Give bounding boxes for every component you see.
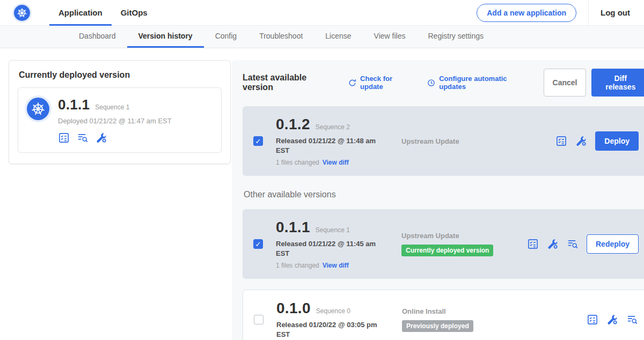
released-timestamp: Released 01/21/22 @ 11:45 am EST — [276, 239, 378, 258]
config-icon[interactable] — [575, 135, 587, 147]
add-new-application-button[interactable]: Add a new application — [477, 4, 576, 22]
redeploy-button[interactable]: Redeploy — [587, 234, 639, 254]
deploy-logs-icon[interactable] — [567, 238, 579, 250]
currently-deployed-badge: Currently deployed version — [401, 245, 493, 256]
view-diff-link[interactable]: View diff — [323, 262, 349, 269]
version-row-0-1-1: 0.1.1 Sequence 1 Released 01/21/22 @ 11:… — [243, 209, 644, 279]
version-source-col: Online Install Previously deployed — [402, 307, 515, 332]
files-changed-label: 1 files changed — [276, 159, 319, 166]
tab-application[interactable]: Application — [49, 0, 112, 26]
primary-nav: Application GitOps — [49, 0, 157, 26]
view-diff-link[interactable]: View diff — [323, 159, 349, 166]
deploy-logs-icon[interactable] — [77, 132, 89, 144]
currently-deployed-card: Currently deployed version 0.1.1 Sequenc… — [9, 60, 231, 164]
deploy-button[interactable]: Deploy — [595, 131, 639, 151]
diff-checkbox[interactable] — [253, 136, 263, 146]
release-notes-icon[interactable] — [587, 314, 598, 326]
deployed-version-box: 0.1.1 Sequence 1 Deployed 01/21/22 @ 11:… — [18, 87, 222, 153]
version-info: 0.1.0 Sequence 0 Released 01/20/22 @ 03:… — [276, 300, 389, 339]
deployed-version-info: 0.1.1 Sequence 1 Deployed 01/21/22 @ 11:… — [58, 97, 172, 144]
deployed-card-title: Currently deployed version — [19, 70, 221, 80]
diff-checkbox[interactable] — [253, 239, 263, 249]
version-number: 0.1.0 — [276, 300, 311, 317]
released-timestamp: Released 01/20/22 @ 03:05 pm EST — [276, 320, 378, 339]
latest-version-title: Latest available version — [243, 73, 335, 92]
version-number: 0.1.2 — [276, 116, 310, 133]
deployed-timestamp: Deployed 01/21/22 @ 11:47 am EST — [58, 117, 172, 125]
deployed-version-number: 0.1.1 — [58, 97, 90, 113]
version-info: 0.1.2 Sequence 2 Released 01/21/22 @ 11:… — [276, 116, 389, 166]
row-actions: Redeploy — [527, 234, 639, 254]
release-notes-icon[interactable] — [527, 238, 539, 250]
version-source-col: Upstream Update — [401, 137, 514, 145]
kubernetes-wheel-icon — [30, 101, 46, 117]
version-row-0-1-2: 0.1.2 Sequence 2 Released 01/21/22 @ 11:… — [243, 106, 644, 176]
app-subnav: Dashboard Version history Config Trouble… — [0, 26, 644, 48]
logout-button[interactable]: Log out — [601, 8, 630, 17]
sequence-label: Sequence 2 — [316, 123, 350, 131]
release-notes-icon[interactable] — [58, 132, 70, 144]
sequence-label: Sequence 0 — [316, 307, 350, 315]
config-icon[interactable] — [606, 314, 618, 326]
latest-version-header: Latest available version Check for updat… — [243, 69, 644, 97]
row-actions: Deploy — [555, 131, 639, 151]
subnav-license[interactable]: License — [314, 26, 362, 48]
top-navbar: Application GitOps Add a new application… — [0, 0, 644, 26]
deploy-logs-icon[interactable] — [626, 314, 638, 326]
configure-automatic-updates-link[interactable]: Configure automatic updates — [427, 75, 530, 91]
subnav-registry-settings[interactable]: Registry settings — [416, 26, 494, 48]
config-icon[interactable] — [96, 132, 107, 144]
app-icon — [27, 98, 49, 120]
kubernetes-logo[interactable] — [14, 5, 30, 21]
config-icon[interactable] — [547, 238, 559, 250]
check-for-update-label: Check for update — [360, 75, 414, 91]
subnav-view-files[interactable]: View files — [363, 26, 417, 48]
subnav-version-history[interactable]: Version history — [127, 26, 204, 48]
cancel-button[interactable]: Cancel — [544, 69, 587, 97]
configure-automatic-updates-label: Configure automatic updates — [439, 75, 530, 91]
version-info: 0.1.1 Sequence 1 Released 01/21/22 @ 11:… — [276, 219, 389, 269]
version-source: Upstream Update — [401, 137, 514, 145]
diff-releases-button[interactable]: Diff releases — [591, 69, 644, 97]
subnav-config[interactable]: Config — [204, 26, 248, 48]
navbar-right: Add a new application Log out — [477, 0, 630, 26]
files-changed-label: 1 files changed — [276, 262, 319, 269]
deployed-sequence-label: Sequence 1 — [95, 104, 129, 111]
previously-deployed-badge: Previously deployed — [402, 320, 473, 332]
version-history-panel: Latest available version Check for updat… — [232, 60, 644, 340]
version-source: Upstream Update — [401, 232, 514, 240]
version-source-col: Upstream Update Currently deployed versi… — [401, 232, 514, 256]
version-source: Online Install — [402, 307, 515, 315]
refresh-arrows-icon — [348, 78, 357, 87]
subnav-dashboard[interactable]: Dashboard — [68, 26, 127, 48]
release-notes-icon[interactable] — [555, 135, 567, 147]
header-actions: Cancel Diff releases — [544, 69, 644, 97]
diff-checkbox[interactable] — [254, 315, 264, 324]
main-content: Currently deployed version 0.1.1 Sequenc… — [0, 48, 644, 340]
check-for-update-link[interactable]: Check for update — [348, 75, 414, 91]
sequence-label: Sequence 1 — [316, 226, 350, 234]
released-timestamp: Released 01/21/22 @ 11:48 am EST — [276, 136, 378, 155]
clock-icon — [427, 78, 436, 87]
navbar-divider — [588, 0, 589, 26]
subnav-troubleshoot[interactable]: Troubleshoot — [248, 26, 314, 48]
version-number: 0.1.1 — [276, 219, 310, 236]
deployed-actions — [58, 132, 172, 144]
other-versions-title: Other available versions — [244, 190, 644, 199]
version-row-0-1-0: 0.1.0 Sequence 0 Released 01/20/22 @ 03:… — [243, 290, 644, 340]
tab-gitops[interactable]: GitOps — [112, 0, 157, 26]
kubernetes-wheel-icon — [16, 7, 28, 19]
row-actions — [587, 314, 638, 326]
